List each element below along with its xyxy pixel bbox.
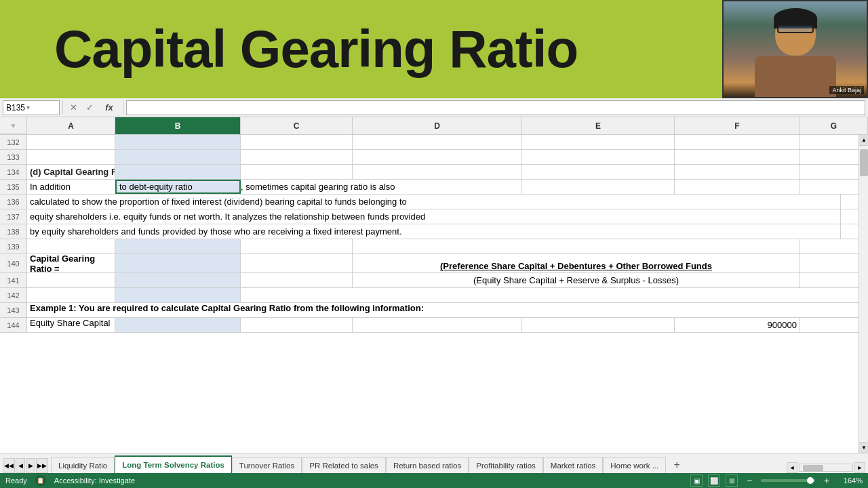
row-num: 132 [0, 135, 27, 149]
sheet-tab-profitability[interactable]: Profitability ratios [469, 457, 543, 473]
cell-f144[interactable]: 900000 [675, 318, 800, 332]
cell-b133[interactable] [115, 150, 241, 164]
cell-a140[interactable]: Capital Gearing Ratio = [27, 254, 115, 272]
cell-g135[interactable] [800, 180, 868, 194]
cell-c139[interactable] [241, 239, 353, 253]
cell-d135[interactable] [353, 180, 522, 194]
sheet-tab-long-term-solvency[interactable]: Long Term Solvency Ratios [115, 455, 232, 473]
zoom-out-btn[interactable]: − [743, 474, 755, 487]
cell-d141-formula[interactable]: (Equity Share Capital + Reserve & Surplu… [353, 273, 800, 287]
cell-b132[interactable] [115, 135, 241, 149]
table-row: 134 (d) Capital Gearing Ratio [0, 165, 868, 180]
sheet-tab-liquidity-ratio[interactable]: Liquidity Ratio [51, 457, 115, 473]
sheet-tab-market-ratios[interactable]: Market ratios [543, 457, 603, 473]
cell-f132[interactable] [675, 135, 800, 149]
tab-scroll-last[interactable]: ▶▶ [36, 458, 48, 473]
cell-c135[interactable]: , sometimes capital gearing ratio is als… [241, 180, 353, 194]
webcam-box: Ankit Bajaj [722, 0, 868, 98]
cell-f134[interactable] [675, 165, 800, 179]
add-sheet-btn[interactable]: + [669, 457, 685, 473]
cell-a136[interactable]: calculated to show the proportion of fi​… [27, 195, 841, 209]
view-normal-btn[interactable]: ▣ [690, 474, 703, 487]
col-header-a[interactable]: A [27, 117, 115, 134]
h-scroll-thumb[interactable] [803, 465, 823, 472]
cell-c133[interactable] [241, 150, 353, 164]
sheet-tab-return-based[interactable]: Return based ratios [386, 457, 469, 473]
cell-b134[interactable] [115, 165, 241, 179]
cell-e133[interactable] [522, 150, 675, 164]
cell-d134[interactable] [353, 165, 522, 179]
col-header-b[interactable]: B [115, 117, 241, 134]
cell-d133[interactable] [353, 150, 522, 164]
zoom-slider-thumb[interactable] [807, 477, 814, 484]
h-scroll-right-btn[interactable]: ► [854, 462, 865, 473]
cell-a134[interactable]: (d) Capital Gearing Ratio [27, 165, 115, 179]
cell-a133[interactable] [27, 150, 115, 164]
sheet-tab-pr-related[interactable]: PR Related to sales [302, 457, 386, 473]
cancel-formula-btn[interactable]: ✕ [66, 100, 81, 115]
scroll-track [859, 146, 868, 442]
cell-f135[interactable] [675, 180, 800, 194]
col-header-d[interactable]: D [353, 117, 522, 134]
cell-e135[interactable] [522, 180, 675, 194]
tab-scroll-prev[interactable]: ◀ [16, 458, 25, 473]
cell-d132[interactable] [353, 135, 522, 149]
cell-a138[interactable]: by equity shareholders and funds provide… [27, 224, 841, 239]
select-all-btn[interactable]: ▼ [0, 117, 26, 134]
col-header-c[interactable]: C [241, 117, 353, 134]
cell-d144[interactable] [353, 318, 522, 332]
h-scroll-left-btn[interactable]: ◄ [787, 462, 797, 473]
cell-d139[interactable] [353, 239, 800, 253]
zoom-in-btn[interactable]: + [821, 474, 833, 487]
cell-b141[interactable] [115, 273, 241, 287]
cell-c134[interactable] [241, 165, 353, 179]
cell-c132[interactable] [241, 135, 353, 149]
cell-c141[interactable] [241, 273, 353, 287]
cell-ref-dropdown[interactable]: ▾ [26, 104, 30, 111]
cell-b140[interactable] [115, 254, 241, 272]
cell-e132[interactable] [522, 135, 675, 149]
cell-b144[interactable] [115, 318, 241, 332]
cell-e144[interactable] [522, 318, 675, 332]
view-page-layout-btn[interactable]: ⬜ [708, 474, 720, 487]
col-header-e[interactable]: E [522, 117, 675, 134]
cell-b139[interactable] [115, 239, 241, 253]
cell-g132[interactable] [800, 135, 868, 149]
cell-a135[interactable]: In addition [27, 180, 115, 194]
cell-b142[interactable] [115, 288, 241, 302]
cell-a142[interactable] [27, 288, 115, 302]
cell-d140-formula[interactable]: (Preference Share Capital + Debentures +… [353, 254, 800, 272]
scroll-up-btn[interactable]: ▲ [859, 135, 868, 146]
col-header-g[interactable]: G [800, 117, 868, 134]
cell-c142[interactable] [241, 288, 868, 302]
zoom-slider-track[interactable] [761, 479, 815, 482]
cell-g133[interactable] [800, 150, 868, 164]
cell-a141[interactable] [27, 273, 115, 287]
function-icon[interactable]: fx [98, 100, 120, 115]
cell-reference-box[interactable]: B135 ▾ [3, 100, 60, 115]
col-header-f[interactable]: F [675, 117, 800, 134]
cell-a132[interactable] [27, 135, 115, 149]
formula-input[interactable] [126, 100, 865, 115]
cell-c140[interactable] [241, 254, 353, 272]
cell-g144[interactable] [800, 318, 868, 332]
confirm-formula-btn[interactable]: ✓ [82, 100, 97, 115]
cell-a137[interactable]: equity shareholders i.e. equity funds or… [27, 209, 841, 224]
cell-e134[interactable] [522, 165, 675, 179]
tab-scroll-first[interactable]: ◀◀ [3, 458, 15, 473]
sheet-tab-home-work[interactable]: Home work ... [603, 457, 666, 473]
cell-a139[interactable] [27, 239, 115, 253]
sheet-tab-turnover-ratios[interactable]: Turnover Ratios [232, 457, 302, 473]
tab-scroll-next[interactable]: ▶ [26, 458, 35, 473]
cell-a144[interactable]: Equity Share Capital [27, 318, 115, 332]
cell-b135[interactable]: to debt-equity ratio [115, 180, 241, 194]
view-page-break-btn[interactable]: ⊞ [726, 474, 738, 487]
cell-g134[interactable] [800, 165, 868, 179]
cell-a143[interactable]: Example 1: You are required to calculate… [27, 303, 868, 317]
vertical-scrollbar[interactable]: ▲ ▼ [859, 135, 868, 453]
scroll-thumb[interactable] [860, 149, 868, 176]
cell-f133[interactable] [675, 150, 800, 164]
row-num: 144 [0, 318, 27, 332]
cell-c144[interactable] [241, 318, 353, 332]
scroll-down-btn[interactable]: ▼ [859, 442, 868, 453]
